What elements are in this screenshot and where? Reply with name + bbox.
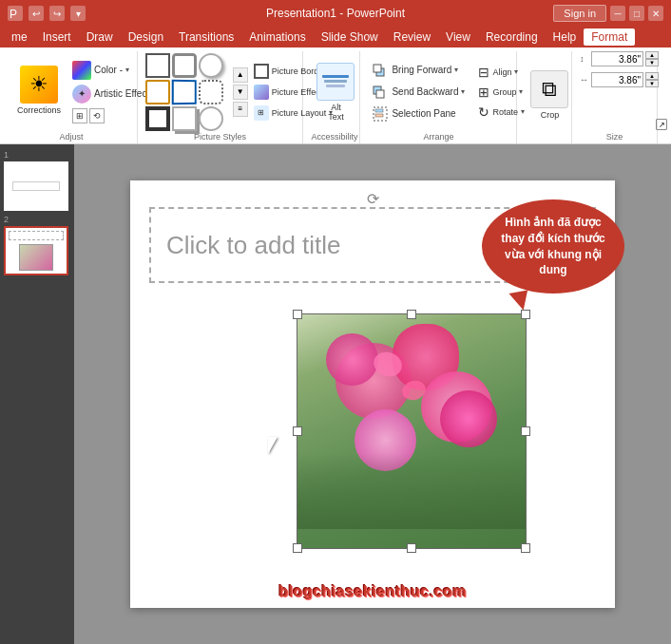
picture-effects-icon (254, 85, 269, 100)
crop-label: Crop (541, 110, 560, 120)
window-title: Presentation1 - PowerPoint (266, 7, 405, 20)
alt-text-line2 (324, 80, 347, 83)
corrections-icon: ☀ (20, 66, 58, 104)
pic-style-8[interactable] (172, 106, 197, 131)
undo-icon[interactable]: ↩ (29, 6, 44, 21)
svg-rect-3 (374, 65, 381, 72)
ppt-icon: P (8, 6, 23, 21)
rotate-handle[interactable]: ⟳ (367, 190, 379, 208)
svg-rect-8 (375, 114, 383, 117)
slide-thumb-1[interactable] (4, 161, 68, 211)
handle-mid-left[interactable] (293, 426, 302, 436)
height-input[interactable] (591, 51, 643, 66)
menu-item-format[interactable]: Format (584, 28, 635, 46)
size-dialog-launcher[interactable]: ↗ (656, 119, 667, 130)
size-label: Size (580, 132, 649, 143)
rose-image (297, 314, 526, 548)
picture-layout-icon: ⊞ (254, 105, 269, 121)
menu-item-me[interactable]: me (4, 28, 35, 46)
picture-style-grid (145, 53, 231, 131)
selection-pane-button[interactable]: Selection Pane (368, 104, 469, 124)
svg-rect-5 (376, 90, 384, 98)
handle-top-right[interactable] (521, 310, 530, 319)
customize-icon[interactable]: ▾ (70, 6, 86, 21)
handle-bot-left[interactable] (293, 543, 302, 553)
tooltip-text: Hình ảnh đã được thay đổi kích thước vừa… (501, 216, 604, 276)
corrections-label: Corrections (17, 105, 61, 115)
align-label: Align (492, 67, 511, 77)
minimize-icon[interactable]: ─ (610, 6, 625, 21)
pic-style-6[interactable] (199, 80, 223, 104)
pic-styles-up[interactable]: ▲ (233, 67, 248, 83)
redo-icon[interactable]: ↪ (49, 6, 65, 21)
menu-item-help[interactable]: Help (546, 28, 585, 46)
dialog-launcher-icon[interactable]: ↗ (656, 119, 667, 130)
alt-text-icon (316, 63, 355, 101)
title-bar-left: P ↩ ↪ ▾ (8, 6, 86, 21)
handle-top-mid[interactable] (407, 310, 416, 319)
pic-style-3[interactable] (199, 53, 223, 78)
image-container[interactable] (297, 313, 527, 549)
ribbon-group-crop: ⧉ Crop (517, 51, 572, 143)
slides-panel: 1 2 (0, 144, 74, 644)
slide-thumb-2-container: 2 (4, 215, 70, 275)
pic-style-9[interactable] (199, 106, 223, 131)
menu-item-design[interactable]: Design (121, 28, 171, 46)
pic-styles-down[interactable]: ▼ (233, 85, 248, 100)
bring-forward-arrow: ▾ (454, 66, 458, 74)
width-row: ↔ ▲ ▼ (580, 72, 659, 87)
menu-item-view[interactable]: View (438, 28, 478, 46)
maximize-icon[interactable]: □ (629, 6, 644, 21)
arrange-content: Bring Forward ▾ Send Backward ▾ (368, 51, 528, 132)
menu-item-review[interactable]: Review (386, 28, 438, 46)
slide-canvas-area: Click to add title ⟳ (74, 144, 671, 644)
alt-text-button[interactable]: AltText (311, 61, 360, 123)
close-icon[interactable]: ✕ (648, 6, 663, 21)
ribbon-group-accessibility: AltText Accessibility (303, 51, 360, 143)
rotate-label: Rotate (492, 107, 518, 117)
menu-item-animations[interactable]: Animations (241, 28, 313, 46)
crop-content: ⧉ Crop (525, 51, 574, 142)
leaves-overlay (297, 453, 526, 529)
height-icon: ↕ (580, 54, 589, 64)
bring-forward-icon (372, 62, 389, 79)
rose-4 (326, 333, 378, 386)
width-down-btn[interactable]: ▼ (645, 80, 659, 87)
handle-top-left[interactable] (293, 310, 302, 319)
bring-forward-button[interactable]: Bring Forward ▾ (368, 60, 469, 81)
alt-text-label: AltText (328, 103, 344, 122)
alt-text-line3 (326, 85, 345, 87)
pic-style-7[interactable] (145, 106, 170, 131)
menu-item-draw[interactable]: Draw (79, 28, 121, 46)
pic-style-4[interactable] (145, 80, 170, 104)
handle-bot-right[interactable] (521, 543, 530, 553)
menu-item-recording[interactable]: Recording (478, 28, 546, 46)
pic-styles-more[interactable]: ≡ (233, 102, 248, 117)
selection-pane-label: Selection Pane (392, 108, 455, 119)
crop-button[interactable]: ⧉ Crop (525, 68, 574, 125)
height-down-btn[interactable]: ▼ (645, 59, 659, 66)
send-backward-button[interactable]: Send Backward ▾ (368, 82, 469, 103)
pic-style-5[interactable] (172, 79, 197, 104)
main-area: 1 2 Click to add title ⟳ (0, 144, 671, 644)
width-input[interactable] (591, 72, 643, 87)
width-up-btn[interactable]: ▲ (645, 72, 659, 80)
color-label: Color - (94, 65, 123, 75)
handle-mid-right[interactable] (521, 426, 530, 436)
width-spinner: ▲ ▼ (645, 72, 659, 87)
height-up-btn[interactable]: ▲ (645, 51, 659, 59)
arrange-label: Arrange (368, 132, 508, 143)
corrections-button[interactable]: ☀ Corrections (11, 64, 67, 121)
send-backward-arrow: ▾ (461, 87, 465, 96)
handle-bot-mid[interactable] (407, 543, 416, 553)
slide-thumb-2[interactable] (4, 226, 68, 275)
pic-style-2[interactable] (172, 53, 197, 78)
menu-item-insert[interactable]: Insert (35, 28, 79, 46)
color-dropdown-arrow: ▾ (125, 66, 129, 74)
menu-item-transitions[interactable]: Transitions (171, 28, 241, 46)
pic-style-1[interactable] (145, 53, 170, 78)
sign-in-button[interactable]: Sign in (553, 5, 606, 22)
slide-canvas[interactable]: Click to add title ⟳ (130, 180, 615, 608)
menu-item-slideshow[interactable]: Slide Show (314, 28, 386, 46)
accessibility-content: AltText (311, 51, 360, 132)
